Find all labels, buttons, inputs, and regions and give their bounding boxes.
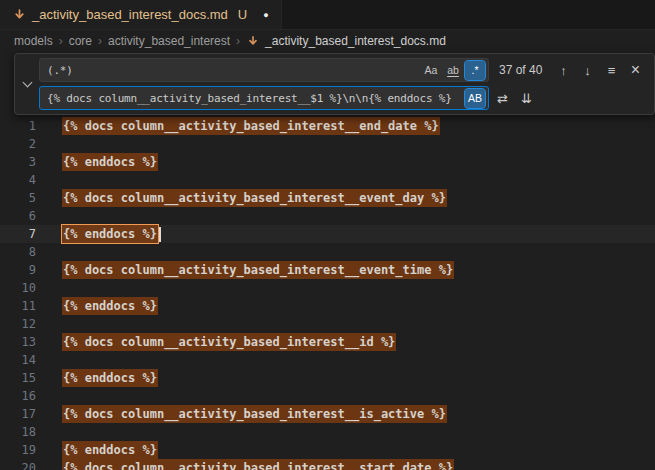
line-content: {% enddocs %}	[36, 225, 161, 243]
find-input-value: (.*)	[47, 64, 419, 77]
editor-line[interactable]: 3{% enddocs %}	[0, 153, 655, 171]
line-number: 20	[0, 459, 36, 470]
find-match-highlight: {% docs column__activity_based_interest_…	[62, 189, 447, 207]
replace-row: {% docs column__activity_based_interest_…	[39, 86, 646, 110]
line-content: {% docs column__activity_based_interest_…	[36, 459, 454, 470]
editor-line[interactable]: 1{% docs column__activity_based_interest…	[0, 117, 655, 135]
find-match-highlight: {% docs column__activity_based_interest_…	[62, 117, 440, 135]
chevron-down-icon	[22, 78, 32, 88]
chevron-right-icon: ›	[236, 34, 240, 48]
editor-line[interactable]: 13{% docs column__activity_based_interes…	[0, 333, 655, 351]
find-match-highlight: {% docs column__activity_based_interest_…	[62, 405, 447, 423]
replace-icon: ⇄	[497, 91, 508, 106]
line-number: 11	[0, 297, 36, 315]
line-content: {% docs column__activity_based_interest_…	[36, 189, 447, 207]
arrow-down-icon: ↓	[584, 63, 591, 78]
find-in-selection-button[interactable]: ≡	[601, 60, 622, 81]
preserve-case-toggle[interactable]: AB	[465, 89, 485, 108]
previous-match-button[interactable]: ↑	[553, 60, 574, 81]
line-number: 18	[0, 423, 36, 441]
find-input[interactable]: (.*) Aa ab .*	[39, 58, 489, 82]
match-case-toggle[interactable]: Aa	[421, 61, 441, 80]
replace-all-button[interactable]: ⇊	[516, 88, 537, 109]
breadcrumb-file-name: _activity_based_interest_docs.md	[265, 34, 446, 48]
unsaved-changes-dot-icon[interactable]: ●	[263, 10, 268, 20]
find-match-highlight: {% enddocs %}	[62, 153, 158, 171]
editor-line[interactable]: 2	[0, 135, 655, 153]
vscode-window: { "colors": { "editor_bg": "#1f1f1f", "t…	[0, 0, 655, 470]
find-match-highlight: {% docs column__activity_based_interest_…	[62, 459, 454, 470]
editor-line[interactable]: 12	[0, 315, 655, 333]
match-count: 37 of 40	[499, 63, 542, 77]
editor-line[interactable]: 4	[0, 171, 655, 189]
git-status-badge: U	[238, 7, 247, 22]
editor-line[interactable]: 19{% enddocs %}	[0, 441, 655, 459]
find-replace-widget: (.*) Aa ab .* 37 of 40 ↑ ↓ ≡ × {% docs c…	[14, 53, 655, 115]
find-match-highlight: {% enddocs %}	[62, 369, 158, 387]
find-match-highlight: {% docs column__activity_based_interest_…	[62, 333, 396, 351]
line-number: 3	[0, 153, 36, 171]
next-match-button[interactable]: ↓	[577, 60, 598, 81]
editor-line[interactable]: 20{% docs column__activity_based_interes…	[0, 459, 655, 470]
editor-lines: 1{% docs column__activity_based_interest…	[0, 117, 655, 470]
replace-button[interactable]: ⇄	[492, 88, 513, 109]
editor-line[interactable]: 14	[0, 351, 655, 369]
line-content	[36, 171, 62, 189]
tab-file-name: _activity_based_interest_docs.md	[32, 7, 228, 22]
line-number: 17	[0, 405, 36, 423]
replace-all-icon: ⇊	[521, 91, 532, 106]
editor-line[interactable]: 11{% enddocs %}	[0, 297, 655, 315]
line-content: {% enddocs %}	[36, 153, 158, 171]
editor-line[interactable]: 15{% enddocs %}	[0, 369, 655, 387]
close-find-widget-button[interactable]: ×	[625, 60, 646, 81]
close-icon: ×	[631, 61, 640, 79]
line-content: {% enddocs %}	[36, 297, 158, 315]
line-number: 2	[0, 135, 36, 153]
line-content: {% docs column__activity_based_interest_…	[36, 117, 440, 135]
line-number: 1	[0, 117, 36, 135]
find-match-highlight: {% enddocs %}	[62, 297, 158, 315]
line-number: 12	[0, 315, 36, 333]
line-number: 7	[0, 225, 36, 243]
breadcrumb-item-models[interactable]: models	[14, 34, 53, 48]
chevron-right-icon: ›	[98, 34, 102, 48]
toggle-replace-button[interactable]	[18, 69, 36, 99]
breadcrumb: models › core › activity_based_interest …	[0, 30, 655, 52]
line-content	[36, 279, 62, 297]
breadcrumb-item-file[interactable]: _activity_based_interest_docs.md	[246, 34, 446, 48]
line-number: 9	[0, 261, 36, 279]
arrow-up-icon: ↑	[560, 63, 567, 78]
line-number: 8	[0, 243, 36, 261]
line-content	[36, 387, 62, 405]
editor-line[interactable]: 5{% docs column__activity_based_interest…	[0, 189, 655, 207]
editor-line[interactable]: 6	[0, 207, 655, 225]
line-content	[36, 423, 62, 441]
editor-line[interactable]: 8	[0, 243, 655, 261]
editor-line[interactable]: 18	[0, 423, 655, 441]
line-number: 16	[0, 387, 36, 405]
breadcrumb-item-activity-based-interest[interactable]: activity_based_interest	[108, 34, 230, 48]
find-actions: ↑ ↓ ≡ ×	[550, 60, 646, 81]
regex-toggle[interactable]: .*	[465, 61, 485, 80]
replace-input[interactable]: {% docs column__activity_based_interest_…	[39, 86, 489, 110]
editor-line[interactable]: 10	[0, 279, 655, 297]
line-number: 13	[0, 333, 36, 351]
line-number: 4	[0, 171, 36, 189]
markdown-file-icon	[246, 34, 260, 48]
line-number: 19	[0, 441, 36, 459]
tab-activity-based-interest-docs[interactable]: _activity_based_interest_docs.md U ●	[0, 0, 282, 29]
find-match-highlight: {% enddocs %}	[62, 441, 158, 459]
line-number: 6	[0, 207, 36, 225]
line-number: 5	[0, 189, 36, 207]
editor-line[interactable]: 16	[0, 387, 655, 405]
editor-line[interactable]: 17{% docs column__activity_based_interes…	[0, 405, 655, 423]
find-match-highlight: {% docs column__activity_based_interest_…	[62, 261, 454, 279]
line-content	[36, 207, 62, 225]
line-content: {% enddocs %}	[36, 441, 158, 459]
find-match-highlight: {% enddocs %}	[62, 225, 158, 243]
editor-line[interactable]: 9{% docs column__activity_based_interest…	[0, 261, 655, 279]
breadcrumb-item-core[interactable]: core	[69, 34, 92, 48]
selection-lines-icon: ≡	[608, 63, 616, 78]
editor-line[interactable]: 7{% enddocs %}	[0, 225, 655, 243]
whole-word-toggle[interactable]: ab	[443, 61, 463, 80]
